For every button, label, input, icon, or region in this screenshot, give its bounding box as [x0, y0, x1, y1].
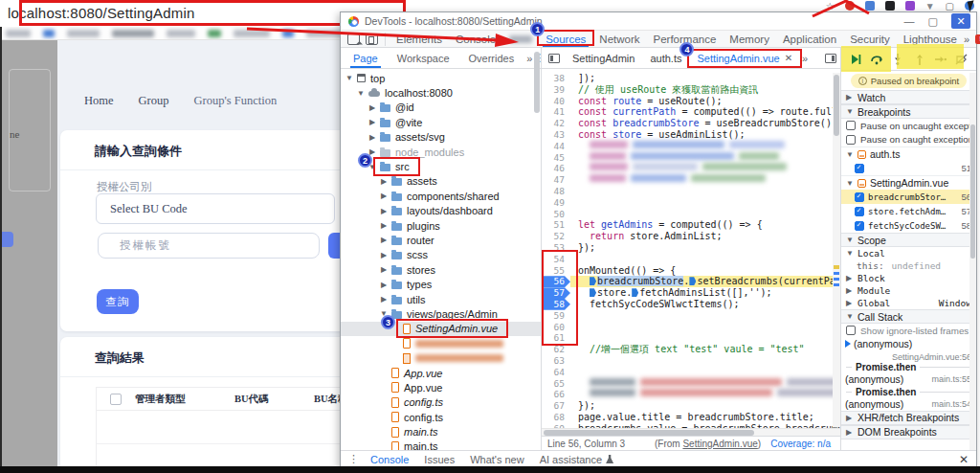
tree-item-plugins[interactable]: ▶plugins: [341, 218, 541, 233]
tree-item-layouts/dashboard[interactable]: ▶layouts/dashboard: [341, 204, 541, 218]
tree-item-types[interactable]: ▶types: [341, 277, 541, 291]
code-line-45[interactable]: 45: [542, 152, 840, 164]
select-all-checkbox[interactable]: [110, 394, 122, 405]
section-scope[interactable]: ▼Scope: [841, 233, 976, 247]
bookmark-item[interactable]: [43, 30, 55, 37]
stack-frame-0[interactable]: (anonymous)SettingAdmin.vue:56: [841, 338, 976, 361]
checkbox-unchecked[interactable]: [846, 121, 856, 130]
bookmark-item[interactable]: [208, 30, 221, 37]
tab-lighthouse[interactable]: Lighthouse: [897, 31, 964, 47]
more-panels-chevron[interactable]: »: [964, 34, 969, 45]
code-line-68[interactable]: 68page.value.title = breadcrumbStore.tit…: [542, 412, 840, 423]
tab-memory[interactable]: Memory: [723, 31, 776, 47]
code-line-43[interactable]: 43const store = useAdminList();: [542, 129, 840, 141]
section-watch[interactable]: ▶Watch: [841, 90, 976, 104]
code-line-58[interactable]: 58 fetchSycCodeSWlwctItems();: [542, 299, 840, 310]
stack-frame-4[interactable]: (anonymous)main.ts:54: [841, 398, 976, 411]
line-number[interactable]: 50: [542, 209, 570, 220]
code-line-41[interactable]: 41const currentPath = computed(() => rou…: [542, 106, 840, 118]
toggle-debugger-sidebar-icon[interactable]: [825, 54, 836, 63]
tree-item-main.ts[interactable]: main.ts: [341, 439, 541, 450]
tree-item-@vite[interactable]: ▶@vite: [341, 115, 541, 129]
inline-breakpoint-marker[interactable]: [689, 277, 696, 285]
tree-item-App.vue[interactable]: App.vue: [341, 380, 541, 394]
line-number[interactable]: 41: [542, 106, 570, 118]
line-number[interactable]: 65: [542, 378, 570, 390]
drawer-tab-issues[interactable]: Issues: [424, 454, 455, 465]
code-line-42[interactable]: 42const breadcrumbStore = useBreadcrumbS…: [542, 118, 840, 129]
code-line-51[interactable]: 51let getAdmins = computed(() => {: [542, 219, 840, 231]
tab-console[interactable]: Console: [449, 31, 502, 47]
code-line-39[interactable]: 39// 使用 useRoute 來獲取當前路由資訊: [542, 84, 840, 96]
line-number[interactable]: 51: [542, 219, 570, 231]
code-line-56[interactable]: 56 breadcrumbStore.setBreadcrumbs(curren…: [542, 276, 840, 287]
line-number[interactable]: 39: [542, 84, 570, 96]
tree-item-scss[interactable]: ▶scss: [341, 248, 541, 262]
inline-breakpoint-marker[interactable]: [590, 288, 596, 297]
tree-item-utils[interactable]: ▶utils: [341, 292, 541, 306]
line-number[interactable]: 52: [542, 231, 570, 242]
more-navigator-tabs-chevron[interactable]: »: [526, 53, 532, 64]
ext-purple-icon[interactable]: [905, 1, 915, 11]
code-line-65[interactable]: 65: [542, 378, 840, 390]
tree-item-src[interactable]: ▼src2: [341, 159, 541, 173]
checkbox-unchecked[interactable]: [846, 326, 856, 335]
error-badge[interactable]: !1: [975, 34, 980, 44]
breakpoint-file-SettingAdmin.vue[interactable]: ▼SettingAdmin.vue: [841, 175, 976, 190]
close-tab-icon[interactable]: ✕: [785, 53, 792, 63]
more-editor-tabs-chevron[interactable]: »: [802, 53, 808, 64]
hide-navigator-icon[interactable]: [548, 54, 560, 63]
navigator-tab-page[interactable]: Page: [345, 48, 387, 68]
section-call-stack[interactable]: ▼Call Stack: [841, 309, 976, 324]
tree-item-components/shared[interactable]: ▶components/shared: [341, 189, 541, 203]
code-line-48[interactable]: 48: [542, 186, 840, 197]
pause-option-0[interactable]: Pause on uncaught exceptions: [841, 119, 976, 133]
coverage-link[interactable]: Coverage: n/a: [770, 439, 831, 449]
ignore-listed-checkbox-row[interactable]: Show ignore-listed frames: [841, 324, 976, 338]
line-number[interactable]: 64: [542, 367, 570, 378]
code-line-67[interactable]: 67});: [542, 400, 840, 412]
tree-item-top[interactable]: ▼top: [341, 71, 541, 85]
tree-item-@id[interactable]: ▶@id: [341, 101, 541, 115]
tree-item-config.ts[interactable]: config.ts: [341, 410, 541, 424]
tree-item-localhost:8080[interactable]: ▼localhost:8080: [341, 85, 541, 100]
code-line-40[interactable]: 40const route = useRoute();: [542, 96, 840, 107]
scope-row-2[interactable]: ▶Block: [841, 272, 976, 284]
breakpoint-entry-58[interactable]: fetchSycCodeSWlwct…58: [841, 218, 976, 233]
code-line-46[interactable]: 46: [542, 163, 840, 174]
editor-tab-SettingAdmin[interactable]: SettingAdmin: [565, 48, 642, 68]
inline-breakpoint-marker[interactable]: [632, 288, 638, 297]
minimize-button[interactable]: —: [904, 15, 915, 27]
breakpoint-entry-51[interactable]: 51: [841, 161, 976, 175]
line-number[interactable]: 67: [542, 400, 570, 412]
tab-sources[interactable]: Sources1: [539, 31, 592, 47]
tree-item-blurred[interactable]: [341, 336, 541, 350]
line-number[interactable]: 68: [542, 412, 570, 423]
breakpoint-entry-56[interactable]: breadcrumbStore.se…56: [841, 190, 976, 204]
line-number[interactable]: 49: [542, 197, 570, 209]
device-toolbar-icon[interactable]: [366, 34, 378, 45]
checkbox-checked[interactable]: [855, 164, 864, 173]
breakpoint-entry-57[interactable]: store.fetchAdminsL…57: [841, 204, 976, 218]
tree-item-blurred[interactable]: [341, 350, 541, 365]
pause-option-1[interactable]: Pause on caught exceptions: [841, 133, 976, 147]
line-number[interactable]: 44: [542, 141, 570, 152]
bookmark-item[interactable]: [306, 30, 341, 37]
section-dom-breakpoints[interactable]: ▶DOM Breakpoints: [841, 425, 976, 439]
scope-row-4[interactable]: ▶GlobalWindow: [841, 297, 976, 309]
checkbox-checked[interactable]: [855, 221, 864, 231]
code-line-52[interactable]: 52 return store.AdminList;: [542, 231, 840, 242]
tab-elements[interactable]: Elements: [390, 31, 449, 47]
bookmark-item[interactable]: [112, 30, 154, 37]
editor-horizontal-scrollbar[interactable]: [542, 428, 840, 436]
ext-gray-arrow-icon[interactable]: ▼: [925, 1, 935, 11]
section-xhr-breakpoints[interactable]: ▶XHR/fetch Breakpoints: [841, 411, 976, 425]
code-line-62[interactable]: 62 //增一個選項 text "test" vaule = "test": [542, 344, 840, 355]
line-number[interactable]: 48: [542, 186, 570, 197]
debugger-scrollbar[interactable]: [969, 73, 976, 450]
code-line-54[interactable]: 54: [542, 254, 840, 265]
editor-vertical-scrollbar[interactable]: [833, 73, 840, 427]
code-line-38[interactable]: 38]);: [542, 73, 840, 84]
tree-item-assets/svg[interactable]: ▶assets/svg: [341, 130, 541, 145]
code-line-55[interactable]: 55onMounted(() => {: [542, 265, 840, 277]
